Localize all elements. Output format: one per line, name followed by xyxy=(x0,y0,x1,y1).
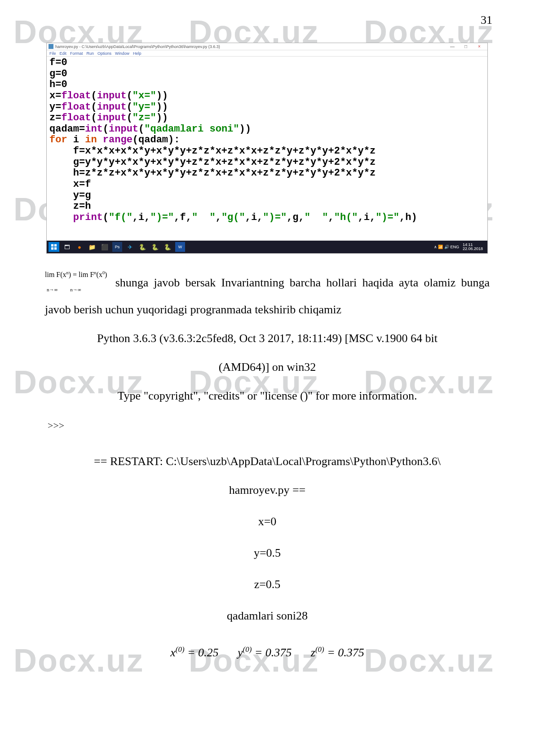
code-token: float xyxy=(61,112,91,123)
idle-titlebar[interactable]: hamroyev.py - C:\Users\uzb\AppData\Local… xyxy=(47,43,487,50)
code-token: ( xyxy=(91,101,97,113)
code-line: f=0 xyxy=(49,57,67,68)
svg-rect-1 xyxy=(54,244,57,246)
restart-line-2: hamroyev.py == xyxy=(45,479,490,502)
code-token: "x=" xyxy=(133,90,156,101)
code-token: ( xyxy=(127,90,133,101)
minimize-button[interactable]: — xyxy=(446,44,459,50)
browser-icon[interactable]: ● xyxy=(75,242,84,252)
code-token: ,f, xyxy=(174,212,192,223)
svg-rect-2 xyxy=(51,247,53,250)
code-token: ( xyxy=(127,101,133,113)
code-token: y= xyxy=(49,101,61,113)
code-token: (qadam): xyxy=(133,134,180,145)
restart-line: == RESTART: C:\Users\uzb\AppData\Local\P… xyxy=(45,450,490,473)
code-token: ( xyxy=(103,123,109,135)
code-token: print xyxy=(73,212,103,223)
idle-task-icon[interactable]: 🐍 xyxy=(137,242,147,252)
code-token: input xyxy=(97,101,127,113)
idle-icon xyxy=(49,44,53,49)
code-token: "y=" xyxy=(133,101,156,113)
start-button[interactable] xyxy=(49,242,59,252)
code-token: )) xyxy=(156,101,168,113)
menu-run[interactable]: Run xyxy=(87,51,94,56)
code-token: )) xyxy=(156,112,168,123)
menu-format[interactable]: Format xyxy=(70,51,83,56)
code-token: ")=" xyxy=(263,212,287,223)
qadam-line: qadamlari soni28 xyxy=(45,604,490,628)
amd-line: (AMD64)] on win32 xyxy=(45,356,490,379)
code-token xyxy=(49,212,73,223)
menu-window[interactable]: Window xyxy=(115,51,129,56)
code-token: ,g, xyxy=(287,212,305,223)
code-token: " " xyxy=(305,212,328,223)
code-line: h=z*z*z+x*x*y+x*y*y+z*z*x+z*x*x+z*z*y+z*… xyxy=(49,167,376,179)
menu-file[interactable]: File xyxy=(49,51,56,56)
idle-window: hamroyev.py - C:\Users\uzb\AppData\Local… xyxy=(46,43,488,254)
x-input-line: x=0 xyxy=(45,510,490,533)
code-token: ,i, xyxy=(133,212,150,223)
code-token: ")=" xyxy=(150,212,174,223)
code-token: )) xyxy=(239,123,251,135)
code-token: , xyxy=(328,212,334,223)
code-line: g=0 xyxy=(49,68,67,79)
telegram-icon[interactable]: ✈ xyxy=(125,242,135,252)
y-input-line: y=0.5 xyxy=(45,541,490,565)
word-icon[interactable]: W xyxy=(175,242,185,252)
svg-rect-3 xyxy=(54,247,57,250)
z-input-line: z=0.5 xyxy=(45,573,490,596)
code-editor[interactable]: f=0 g=0 h=0 x=float(input("x=")) y=float… xyxy=(47,57,487,225)
limit-expression: lim F(xn) = lim Fn(x0) n→∞ n→∞ xyxy=(45,268,107,296)
python-prompt: >>> xyxy=(48,416,490,435)
code-token: input xyxy=(97,112,127,123)
code-token: ( xyxy=(103,212,109,223)
code-token: , xyxy=(216,212,221,223)
code-token: input xyxy=(109,123,138,135)
result-equation: x(0) = 0.25 y(0) = 0.375 z(0) = 0.375 xyxy=(45,641,490,664)
taskbar-date: 22.06.2018 xyxy=(463,247,483,251)
code-token: float xyxy=(61,101,91,113)
code-token: ( xyxy=(138,123,144,135)
code-token: ,i, xyxy=(358,212,376,223)
code-token: ( xyxy=(91,112,97,123)
close-button[interactable]: × xyxy=(473,44,486,50)
maximize-button[interactable]: □ xyxy=(460,44,472,50)
python-version-line: Python 3.6.3 (v3.6.3:2c5fed8, Oct 3 2017… xyxy=(45,327,490,350)
code-token: ,i, xyxy=(245,212,263,223)
window-title: hamroyev.py - C:\Users\uzb\AppData\Local… xyxy=(55,44,446,49)
paragraph: lim F(xn) = lim Fn(x0) n→∞ n→∞ shunga ja… xyxy=(45,269,490,321)
menu-options[interactable]: Options xyxy=(97,51,111,56)
code-token: input xyxy=(97,90,127,101)
code-line: g=y*y*y+x*x*y+x*y*y+z*z*x+z*x*x+z*z*y+z*… xyxy=(49,157,376,168)
app-icon[interactable]: ⬛ xyxy=(100,242,110,252)
file-explorer-icon[interactable]: 📁 xyxy=(87,242,97,252)
paragraph-text: shunga javob bersak Invariantning barcha… xyxy=(45,276,490,316)
code-line: x=f xyxy=(49,179,91,190)
code-token: "z=" xyxy=(133,112,156,123)
code-line: z=h xyxy=(49,201,91,212)
code-token: ( xyxy=(127,112,133,123)
code-token: i xyxy=(73,134,85,145)
idle-menubar: File Edit Format Run Options Window Help xyxy=(47,50,487,57)
document-body: lim F(xn) = lim Fn(x0) n→∞ n→∞ shunga ja… xyxy=(45,269,490,664)
windows-taskbar: 🗔 ● 📁 ⬛ Ps ✈ 🐍 🐍 🐍 W ∧ 📶 🔊 ENG 14:11 22.… xyxy=(47,241,487,253)
code-token: x= xyxy=(49,90,61,101)
menu-help[interactable]: Help xyxy=(133,51,141,56)
idle-task-icon[interactable]: 🐍 xyxy=(150,242,160,252)
task-view-icon[interactable]: 🗔 xyxy=(62,242,72,252)
system-tray[interactable]: ∧ 📶 🔊 ENG xyxy=(434,245,459,249)
code-line: f=x*x*x+x*x*y+x*y*y+z*z*x+z*x*x+z*z*y+z*… xyxy=(49,145,376,157)
photoshop-icon[interactable]: Ps xyxy=(112,242,122,252)
code-token: )) xyxy=(156,90,168,101)
windows-icon xyxy=(51,244,57,250)
code-line: h=0 xyxy=(49,79,67,90)
code-token: ( xyxy=(91,90,97,101)
code-token: "qadamlari soni" xyxy=(144,123,239,135)
menu-edit[interactable]: Edit xyxy=(60,51,67,56)
page-number: 31 xyxy=(481,13,492,27)
svg-rect-0 xyxy=(51,244,53,246)
idle-task-icon[interactable]: 🐍 xyxy=(163,242,172,252)
code-token: float xyxy=(61,90,91,101)
code-token: ,h) xyxy=(399,212,417,223)
code-token: ")=" xyxy=(376,212,399,223)
